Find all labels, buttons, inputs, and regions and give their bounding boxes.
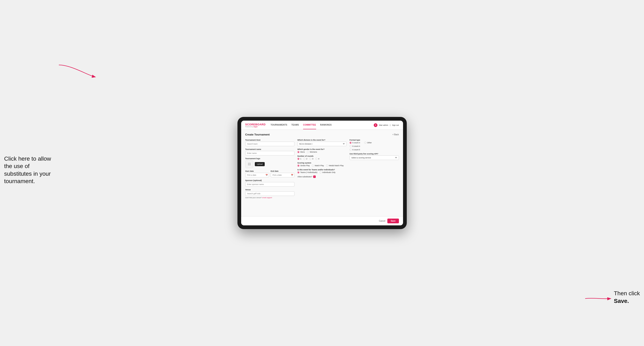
page-header: Create Tournament Back (245, 133, 399, 136)
gender-mens-label: Mens (300, 151, 305, 153)
venue-label: Venue (245, 189, 295, 191)
tournament-name-group: Tournament name (245, 148, 295, 156)
nav-rankings[interactable]: RANKINGS (320, 121, 332, 129)
nav-tournaments[interactable]: TOURNAMENTS (270, 121, 287, 129)
round-3[interactable]: 3 (309, 158, 313, 160)
event-type-group: Is this event for Teams and/or Individua… (297, 169, 347, 173)
scoring-medal[interactable]: Medal Match Play (326, 165, 344, 167)
format-5count4-label: 5 count 4 (352, 142, 360, 144)
division-select[interactable]: NCAA Division I (297, 142, 347, 146)
tournament-logo-group: Tournament logo 🖼 Upload (245, 158, 295, 168)
gender-mens[interactable]: Mens (297, 151, 305, 153)
substitutes-text: Allow substitutes? (297, 176, 312, 178)
scoring-stroke-label: Stroke Play (300, 165, 310, 167)
upload-button[interactable]: Upload (255, 162, 265, 166)
nav-teams[interactable]: TEAMS (291, 121, 299, 129)
page-content: Create Tournament Back Tournament Host T… (241, 130, 403, 216)
event-individuals[interactable]: Individuals Only (320, 171, 336, 173)
gender-mens-radio[interactable] (297, 151, 300, 153)
cancel-button[interactable]: Cancel (379, 220, 385, 222)
scoring-match-radio[interactable] (312, 165, 314, 167)
event-teams-radio[interactable] (297, 171, 300, 173)
scoring-match[interactable]: Match Play (312, 165, 324, 167)
round-3-radio[interactable] (309, 158, 311, 160)
logo-score: SCORE (245, 123, 256, 126)
format-6count5-radio[interactable] (350, 149, 352, 151)
event-individuals-radio[interactable] (320, 171, 322, 173)
scoring-api-label: Use third-party live scoring API? (350, 153, 399, 155)
round-2-label: 2 (306, 158, 307, 160)
form-right-column: Format type 5 count 4 Other (350, 139, 399, 198)
annotation-left: Click here to allow the use of substitut… (4, 155, 58, 185)
sponsor-input[interactable] (245, 182, 295, 187)
tablet-frame: SCOREBOARD Powered by clippd TOURNAMENTS… (238, 117, 407, 229)
event-teams[interactable]: Teams (+Individuals) (297, 171, 317, 173)
start-date-input[interactable] (245, 173, 269, 177)
scoring-label: Scoring system (297, 162, 347, 164)
logo-placeholder-icon: 🖼 (245, 160, 253, 168)
format-other[interactable]: Other (364, 142, 372, 144)
event-individuals-label: Individuals Only (322, 171, 336, 173)
substitutes-label[interactable]: Allow substitutes? ✓ (297, 175, 347, 178)
format-6count4-radio[interactable] (350, 145, 352, 147)
format-row-1: 5 count 4 Other (350, 142, 399, 144)
venue-group: Venue Can't find your venue? email suppo… (245, 189, 295, 198)
rounds-group: Number of rounds 1 2 (297, 155, 347, 160)
tournament-host-group: Tournament Host (245, 139, 295, 146)
format-6count5-label: 6 count 5 (352, 149, 360, 151)
scoring-match-label: Match Play (315, 165, 324, 167)
round-4[interactable]: 4 (315, 158, 319, 160)
venue-input[interactable] (245, 191, 295, 196)
format-5count4[interactable]: 5 count 4 (350, 142, 360, 144)
nav-user: blair admin (379, 124, 388, 126)
save-button[interactable]: Save (387, 219, 399, 223)
arrow-right (585, 293, 612, 304)
round-1-radio[interactable] (297, 158, 300, 160)
scoring-medal-radio[interactable] (326, 165, 328, 167)
logo-upload-area: 🖼 Upload (245, 160, 295, 168)
nav-committee[interactable]: COMMITTEE (303, 121, 316, 129)
back-link[interactable]: Back (392, 133, 399, 136)
page-footer: Cancel Save (241, 216, 403, 225)
format-group: Format type 5 count 4 Other (350, 139, 399, 151)
round-1[interactable]: 1 (297, 158, 301, 160)
logo-board: BOARD (255, 123, 266, 126)
gender-radio-group: Mens Womens (297, 151, 347, 153)
nav-avatar: B (374, 123, 378, 127)
format-6count5[interactable]: 6 count 5 (350, 149, 399, 151)
round-2-radio[interactable] (303, 158, 306, 160)
nav-bar: SCOREBOARD Powered by clippd TOURNAMENTS… (241, 121, 403, 130)
sponsor-group: Sponsor (optional) (245, 179, 295, 187)
scoring-medal-label: Medal Match Play (329, 165, 344, 167)
division-group: Which division is the event for? NCAA Di… (297, 139, 347, 146)
end-date-label: End date (271, 170, 294, 172)
scoring-api-select[interactable]: Select a scoring service (350, 156, 399, 160)
scoring-stroke-radio[interactable] (297, 165, 300, 167)
nav-signout[interactable]: Sign out (392, 124, 399, 126)
gender-womens[interactable]: Womens (307, 151, 317, 153)
page-title: Create Tournament (245, 133, 270, 136)
format-5count4-radio[interactable] (350, 142, 352, 144)
scoring-stroke[interactable]: Stroke Play (297, 165, 310, 167)
gender-womens-radio[interactable] (307, 151, 309, 153)
format-6count4[interactable]: 6 count 4 (350, 145, 399, 147)
substitutes-group: Allow substitutes? ✓ (297, 175, 347, 178)
round-3-label: 3 (312, 158, 313, 160)
division-label: Which division is the event for? (297, 139, 347, 141)
tournament-name-input[interactable] (245, 151, 295, 156)
tournament-host-input[interactable] (245, 142, 295, 146)
logo-powered: Powered by clippd (245, 126, 266, 127)
format-options-group: 5 count 4 Other 6 count 4 (350, 142, 399, 151)
substitutes-checkbox[interactable]: ✓ (313, 175, 316, 178)
round-2[interactable]: 2 (303, 158, 307, 160)
nav-links: TOURNAMENTS TEAMS COMMITTEE RANKINGS (270, 121, 374, 129)
gender-group: Which gender is the event for? Mens Wome… (297, 148, 347, 153)
round-4-radio[interactable] (315, 158, 317, 160)
venue-email-link[interactable]: email support (262, 197, 272, 198)
nav-separator: | (390, 124, 390, 126)
format-other-radio[interactable] (364, 142, 366, 144)
gender-label: Which gender is the event for? (297, 148, 347, 150)
scoring-api-group: Use third-party live scoring API? Select… (350, 153, 399, 160)
end-date-input[interactable] (271, 173, 294, 177)
event-type-radio-group: Teams (+Individuals) Individuals Only (297, 171, 347, 173)
